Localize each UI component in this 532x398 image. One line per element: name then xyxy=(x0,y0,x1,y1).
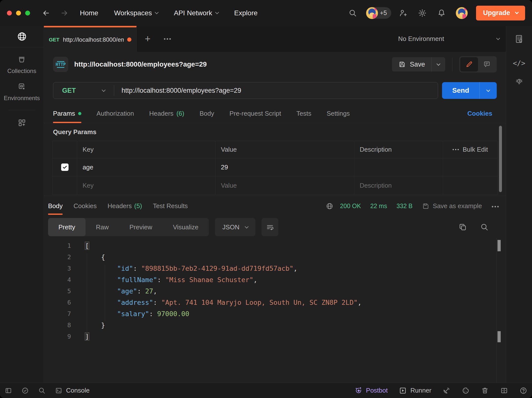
environment-label: No Environment xyxy=(398,35,497,43)
nav-home[interactable]: Home xyxy=(80,9,98,17)
tab-settings[interactable]: Settings xyxy=(327,104,350,123)
sidebar-item-collections[interactable]: Collections xyxy=(7,55,36,74)
environment-quick-look-icon[interactable] xyxy=(506,26,532,52)
toggle-sidebar-icon[interactable] xyxy=(4,387,12,395)
send-options-button[interactable] xyxy=(479,82,497,99)
response-time[interactable]: 22 ms xyxy=(370,202,387,210)
response-tab-headers[interactable]: Headers(5) xyxy=(107,196,142,216)
params-scrollbar[interactable] xyxy=(499,126,502,192)
upgrade-button[interactable]: Upgrade xyxy=(476,6,525,20)
empty-checkbox-cell xyxy=(53,176,77,195)
nav-explore[interactable]: Explore xyxy=(234,9,258,17)
new-tab-button[interactable]: + xyxy=(137,26,159,52)
nav-api-network[interactable]: API Network xyxy=(174,9,218,17)
forward-icon[interactable] xyxy=(60,9,69,17)
view-mode-pretty[interactable]: Pretty xyxy=(48,218,86,236)
view-mode-visualize[interactable]: Visualize xyxy=(162,218,209,236)
param-key-field[interactable]: age xyxy=(77,158,215,176)
right-sidebar: </> xyxy=(506,26,532,383)
team-avatar[interactable] xyxy=(366,7,378,19)
search-response-icon[interactable] xyxy=(480,223,489,232)
code-snippet-icon[interactable]: </> xyxy=(513,59,525,67)
request-header: HTTP http://localhost:8000/employees?age… xyxy=(44,52,506,77)
divider xyxy=(452,57,452,71)
sidebar-divider xyxy=(8,110,35,110)
language-selector[interactable]: JSON xyxy=(215,218,255,236)
code-line: 9] xyxy=(44,331,506,342)
view-mode-preview[interactable]: Preview xyxy=(119,218,162,236)
back-icon[interactable] xyxy=(42,9,50,17)
runner-button[interactable]: Runner xyxy=(399,386,431,395)
check-icon xyxy=(62,164,68,170)
capture-requests-icon[interactable] xyxy=(442,386,451,395)
bulk-edit-button[interactable]: Bulk Edit xyxy=(443,141,497,158)
view-mode-raw[interactable]: Raw xyxy=(86,218,119,236)
tab-authorization[interactable]: Authorization xyxy=(97,104,134,123)
param-value-field[interactable]: Value xyxy=(215,176,354,195)
response-tab-cookies[interactable]: Cookies xyxy=(73,196,97,216)
zoom-window-button[interactable] xyxy=(25,11,30,16)
tab-body[interactable]: Body xyxy=(199,104,214,123)
minimize-window-button[interactable] xyxy=(16,11,21,16)
notifications-bell-icon[interactable] xyxy=(437,9,446,18)
url-input[interactable]: http://localhost:8000/employees?age=29 xyxy=(114,87,241,94)
copy-icon[interactable] xyxy=(458,223,467,232)
cookies-link[interactable]: Cookies xyxy=(467,104,492,123)
param-checkbox[interactable] xyxy=(61,163,69,171)
save-options-button[interactable] xyxy=(431,57,445,72)
postbot-button[interactable]: Postbot xyxy=(354,386,388,395)
search-icon[interactable] xyxy=(348,9,357,18)
console-button[interactable]: Console xyxy=(55,387,89,395)
status-code[interactable]: 200 OK xyxy=(340,202,361,210)
tab-pre-request-script[interactable]: Pre-request Script xyxy=(230,104,281,123)
method-selector[interactable]: GET xyxy=(53,87,114,94)
send-button[interactable]: Send xyxy=(442,82,497,99)
param-value-field[interactable]: 29 xyxy=(215,158,354,176)
trash-icon[interactable] xyxy=(481,386,489,395)
code-line: 1[ xyxy=(44,240,506,251)
two-pane-view-icon[interactable] xyxy=(500,386,508,395)
tab-tests[interactable]: Tests xyxy=(296,104,311,123)
postbot-icon xyxy=(354,386,363,395)
tab-title: http://localhost:8000/employees?age=29 xyxy=(63,36,124,43)
save-as-example-button[interactable]: Save as example xyxy=(422,202,482,210)
response-tab-body[interactable]: Body xyxy=(48,196,63,216)
tab-options-icon[interactable] xyxy=(159,26,176,52)
environment-selector[interactable]: No Environment xyxy=(398,26,506,52)
cookies-icon[interactable] xyxy=(461,386,470,395)
help-icon[interactable] xyxy=(519,386,528,395)
configure-sidebar-icon[interactable] xyxy=(17,118,27,127)
url-input-container: GET http://localhost:8000/employees?age=… xyxy=(53,82,438,99)
tab-headers[interactable]: Headers(6) xyxy=(149,104,184,123)
status-check-icon[interactable] xyxy=(21,387,29,395)
table-header-row: Key Value Description Bulk Edit xyxy=(53,141,497,158)
sidebar-item-environments[interactable]: Environments xyxy=(4,82,40,102)
response-size[interactable]: 332 B xyxy=(396,202,412,210)
param-description-field[interactable] xyxy=(354,158,443,176)
invite-user-icon[interactable] xyxy=(399,9,408,18)
param-description-field[interactable]: Description xyxy=(354,176,443,195)
workspace-globe-icon[interactable] xyxy=(0,26,44,47)
user-avatar[interactable] xyxy=(456,7,468,19)
tab-params[interactable]: Params xyxy=(53,104,81,123)
response-tab-test-results[interactable]: Test Results xyxy=(153,196,188,216)
param-key-field[interactable]: Key xyxy=(77,176,215,195)
nav-workspaces[interactable]: Workspaces xyxy=(114,9,158,17)
wrap-text-icon[interactable] xyxy=(262,218,278,236)
close-window-button[interactable] xyxy=(7,11,12,16)
collections-icon xyxy=(17,55,26,65)
edit-pencil-icon[interactable] xyxy=(460,57,478,72)
settings-gear-icon[interactable] xyxy=(418,9,427,18)
request-tab[interactable]: GET http://localhost:8000/employees?age=… xyxy=(44,26,137,52)
network-globe-icon[interactable] xyxy=(326,202,334,210)
comment-icon[interactable] xyxy=(478,57,496,72)
response-options-icon[interactable] xyxy=(492,204,499,208)
unsaved-changes-dot xyxy=(127,37,131,42)
scrollbar-thumb[interactable] xyxy=(497,240,501,251)
save-button[interactable]: Save xyxy=(392,57,431,72)
activity-bar: Collections Environments xyxy=(0,26,44,383)
lightbulb-idea-icon[interactable] xyxy=(514,77,524,88)
sidebar-item-label: Collections xyxy=(7,68,36,74)
find-icon[interactable] xyxy=(38,387,46,395)
scrollbar-thumb[interactable] xyxy=(497,331,501,342)
